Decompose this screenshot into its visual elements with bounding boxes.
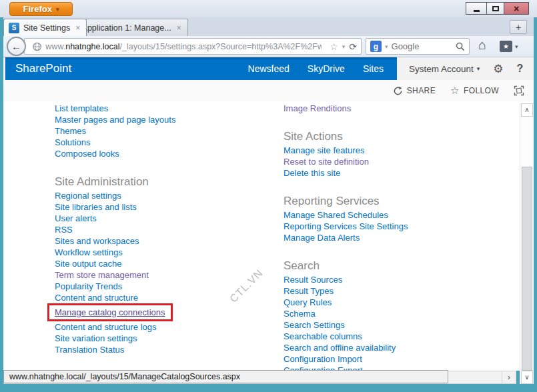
settings-link[interactable]: Manage site features — [284, 145, 364, 156]
tab-close-icon[interactable]: × — [175, 23, 183, 33]
settings-link[interactable]: Result Sources — [284, 274, 342, 285]
settings-link[interactable]: Popularity Trends — [55, 281, 122, 292]
url-domain: nhatnghe.local — [65, 42, 119, 51]
reload-icon[interactable]: ⟳ — [349, 41, 357, 52]
suite-nav: NewsfeedSkyDriveSites — [248, 63, 397, 74]
account-menu[interactable]: System Account ▾ — [409, 64, 480, 74]
chevron-down-icon: ▾ — [477, 65, 480, 72]
chevron-down-icon: ▾ — [515, 43, 518, 50]
settings-link[interactable]: Delete this site — [284, 167, 340, 179]
suite-bar: SharePoint NewsfeedSkyDriveSites System … — [3, 57, 534, 80]
gear-icon[interactable]: ⚙ — [493, 62, 503, 76]
settings-link[interactable]: Result Types — [284, 285, 334, 297]
settings-link[interactable]: Schema — [284, 308, 316, 319]
settings-link[interactable]: Sites and workspaces — [55, 235, 139, 247]
section-heading: Search — [284, 259, 320, 273]
browser-tab[interactable]: S Site Settings × — [3, 19, 87, 36]
suite-bar-blue: SharePoint NewsfeedSkyDriveSites — [5, 57, 397, 80]
settings-link[interactable]: Term store management — [55, 269, 149, 281]
bookmarks-icon: ★ — [500, 41, 512, 52]
settings-link[interactable]: Configuration Import — [284, 353, 362, 365]
bookmark-star-icon[interactable]: ☆ — [330, 41, 338, 52]
settings-link[interactable]: Site output cache — [55, 258, 121, 269]
suite-nav-link[interactable]: Newsfeed — [248, 63, 290, 74]
firefox-menu-button[interactable]: Firefox ▾ — [9, 2, 73, 16]
settings-link[interactable]: Site variation settings — [55, 333, 137, 344]
url-protocol-part: www. — [45, 42, 65, 51]
settings-link[interactable]: Master pages and page layouts — [55, 114, 175, 125]
settings-link[interactable]: Composed looks — [55, 148, 119, 159]
back-button[interactable]: ← — [7, 37, 26, 56]
bookmarks-menu-button[interactable]: ★ ▾ — [500, 39, 518, 54]
settings-link[interactable]: Search and offline availability — [284, 342, 396, 353]
section-heading: Site Administration — [55, 175, 149, 189]
settings-link[interactable]: Solutions — [55, 137, 90, 148]
share-icon — [393, 86, 403, 96]
settings-link[interactable]: Query Rules — [284, 297, 332, 308]
sharepoint-icon: S — [9, 23, 19, 33]
chevron-down-icon: ▾ — [56, 6, 59, 13]
url-path: /_layouts/15/settings.aspx?Source=http%3… — [120, 42, 322, 51]
close-button[interactable]: × — [504, 2, 529, 15]
settings-link[interactable]: RSS — [55, 224, 73, 235]
settings-link[interactable]: Content and structure logs — [55, 321, 156, 333]
vertical-scrollbar[interactable]: ∧ ∨ — [520, 103, 534, 384]
tab-bar: S Catalog Settings × S Search Service Ap… — [3, 17, 534, 36]
settings-link[interactable]: Manage catalog connections — [47, 303, 173, 321]
settings-column-right: Image RenditionsSite ActionsManage site … — [284, 103, 504, 371]
suite-nav-link[interactable]: Sites — [363, 63, 384, 74]
settings-link[interactable]: Workflow settings — [55, 247, 123, 258]
settings-link[interactable]: Translation Status — [55, 344, 124, 355]
settings-link[interactable]: Regional settings — [55, 190, 121, 201]
share-button[interactable]: SHARE — [393, 86, 436, 96]
home-icon[interactable]: ⌂ — [478, 37, 486, 53]
settings-link[interactable]: Themes — [55, 125, 86, 137]
url-text[interactable]: www.nhatnghe.local/_layouts/15/settings.… — [45, 42, 322, 51]
search-icon[interactable] — [456, 42, 465, 51]
suite-nav-link[interactable]: SkyDrive — [308, 63, 345, 74]
address-bar[interactable]: www.nhatnghe.local/_layouts/15/settings.… — [24, 38, 362, 55]
page-content: List templatesMaster pages and page layo… — [3, 101, 534, 371]
settings-link[interactable]: Reporting Services Site Settings — [284, 221, 408, 232]
url-dropdown-icon[interactable]: ▾ — [342, 43, 346, 50]
maximize-button[interactable] — [486, 2, 504, 15]
settings-link[interactable]: Reset to site definition — [284, 156, 369, 167]
settings-link[interactable]: Site libraries and lists — [55, 201, 137, 213]
window-controls: × — [466, 2, 529, 15]
suite-bar-right: System Account ▾ ⚙ ? — [397, 57, 534, 80]
settings-link[interactable]: User alerts — [55, 213, 97, 224]
follow-button[interactable]: ☆ FOLLOW — [450, 85, 499, 97]
section-heading: Reporting Services — [284, 195, 380, 208]
tab-close-icon[interactable]: × — [74, 23, 81, 33]
firefox-menu-label: Firefox — [23, 4, 52, 14]
vertical-scrollbar-thumb[interactable] — [522, 167, 532, 371]
search-engine-dropdown-icon[interactable]: ▾ — [385, 43, 388, 50]
settings-link[interactable]: Manage Data Alerts — [284, 232, 360, 243]
ribbon-row: SHARE ☆ FOLLOW — [3, 80, 534, 101]
help-icon[interactable]: ? — [517, 63, 524, 75]
settings-link[interactable]: List templates — [55, 103, 108, 114]
follow-star-icon: ☆ — [450, 85, 460, 97]
settings-column-left: List templatesMaster pages and page layo… — [55, 103, 275, 371]
close-icon: × — [514, 3, 519, 14]
settings-link[interactable]: Manage Shared Schedules — [284, 209, 388, 221]
new-tab-button[interactable]: + — [510, 20, 527, 34]
settings-link[interactable]: Search Settings — [284, 319, 345, 331]
scroll-down-icon[interactable]: ∨ — [521, 371, 533, 384]
browser-window: Firefox ▾ × S Catalog Settings × S Searc… — [0, 0, 537, 392]
scroll-right-icon[interactable]: › — [502, 371, 516, 383]
search-bar[interactable]: g ▾ — [366, 38, 470, 55]
share-label: SHARE — [407, 86, 436, 95]
minimize-button[interactable] — [466, 2, 486, 15]
focus-mode-icon[interactable] — [514, 85, 524, 96]
status-bar-url: www.nhatnghe.local/_layouts/15/ManageCat… — [3, 370, 448, 383]
settings-link[interactable]: Content and structure — [55, 292, 138, 303]
navigation-toolbar: ← www.nhatnghe.local/_layouts/15/setting… — [3, 36, 534, 57]
minimize-icon — [474, 10, 480, 12]
scroll-up-icon[interactable]: ∧ — [521, 103, 533, 117]
follow-label: FOLLOW — [464, 86, 499, 95]
settings-link[interactable]: Image Renditions — [284, 103, 351, 114]
search-input[interactable] — [392, 41, 452, 51]
settings-link[interactable]: Searchable columns — [284, 331, 362, 342]
sharepoint-brand: SharePoint — [15, 62, 71, 75]
